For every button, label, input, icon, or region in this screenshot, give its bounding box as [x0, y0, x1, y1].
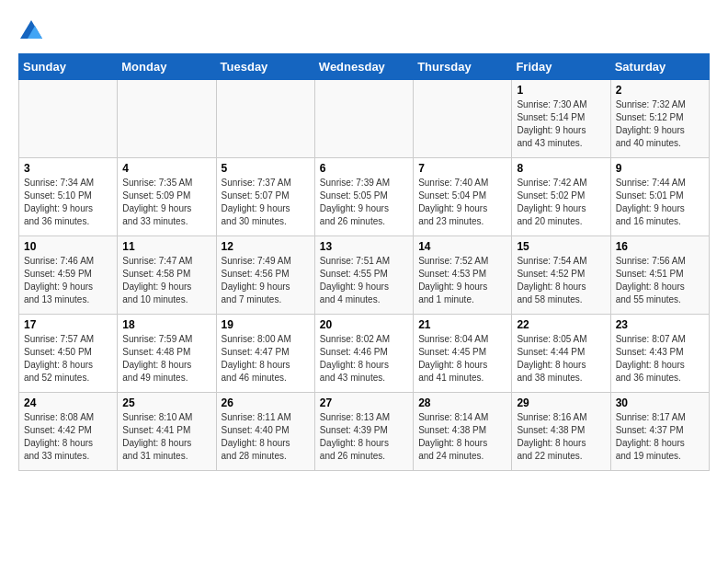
calendar-cell: 30Sunrise: 8:17 AM Sunset: 4:37 PM Dayli…	[610, 393, 709, 471]
calendar-cell: 3Sunrise: 7:34 AM Sunset: 5:10 PM Daylig…	[19, 158, 118, 236]
calendar-table: Sunday Monday Tuesday Wednesday Thursday…	[18, 53, 710, 471]
calendar-cell: 27Sunrise: 8:13 AM Sunset: 4:39 PM Dayli…	[314, 393, 413, 471]
day-number: 27	[320, 396, 408, 409]
calendar-cell: 29Sunrise: 8:16 AM Sunset: 4:38 PM Dayli…	[512, 393, 610, 471]
day-number: 4	[122, 162, 210, 175]
calendar-cell: 13Sunrise: 7:51 AM Sunset: 4:55 PM Dayli…	[314, 236, 413, 315]
day-number: 9	[616, 162, 704, 175]
calendar-cell	[118, 80, 216, 158]
calendar-cell: 2Sunrise: 7:32 AM Sunset: 5:12 PM Daylig…	[610, 80, 709, 158]
day-info: Sunrise: 7:34 AM Sunset: 5:10 PM Dayligh…	[24, 177, 112, 228]
day-number: 12	[222, 240, 310, 253]
day-number: 13	[320, 240, 408, 253]
calendar-cell: 19Sunrise: 8:00 AM Sunset: 4:47 PM Dayli…	[216, 315, 314, 393]
day-number: 16	[616, 240, 704, 253]
calendar-cell: 4Sunrise: 7:35 AM Sunset: 5:09 PM Daylig…	[118, 158, 216, 236]
day-info: Sunrise: 7:54 AM Sunset: 4:52 PM Dayligh…	[517, 255, 605, 306]
day-number: 25	[122, 396, 210, 409]
day-info: Sunrise: 7:30 AM Sunset: 5:14 PM Dayligh…	[517, 98, 605, 150]
day-number: 8	[517, 162, 605, 175]
week-row-5: 24Sunrise: 8:08 AM Sunset: 4:42 PM Dayli…	[19, 393, 710, 471]
day-info: Sunrise: 7:35 AM Sunset: 5:09 PM Dayligh…	[122, 177, 210, 228]
day-number: 28	[418, 396, 506, 409]
day-info: Sunrise: 8:00 AM Sunset: 4:47 PM Dayligh…	[222, 333, 310, 385]
day-number: 18	[122, 318, 210, 331]
day-number: 21	[418, 318, 506, 331]
col-thursday: Thursday	[414, 54, 512, 80]
week-row-3: 10Sunrise: 7:46 AM Sunset: 4:59 PM Dayli…	[19, 236, 710, 315]
page-header	[18, 18, 710, 44]
calendar-cell: 12Sunrise: 7:49 AM Sunset: 4:56 PM Dayli…	[216, 236, 314, 315]
calendar-cell: 17Sunrise: 7:57 AM Sunset: 4:50 PM Dayli…	[19, 315, 118, 393]
calendar-cell: 20Sunrise: 8:02 AM Sunset: 4:46 PM Dayli…	[314, 315, 413, 393]
day-info: Sunrise: 8:17 AM Sunset: 4:37 PM Dayligh…	[616, 411, 704, 463]
day-number: 19	[222, 318, 310, 331]
day-info: Sunrise: 8:04 AM Sunset: 4:45 PM Dayligh…	[418, 333, 506, 385]
calendar-cell: 10Sunrise: 7:46 AM Sunset: 4:59 PM Dayli…	[19, 236, 118, 315]
calendar-cell: 16Sunrise: 7:56 AM Sunset: 4:51 PM Dayli…	[610, 236, 709, 315]
calendar-cell: 21Sunrise: 8:04 AM Sunset: 4:45 PM Dayli…	[414, 315, 512, 393]
calendar-cell: 25Sunrise: 8:10 AM Sunset: 4:41 PM Dayli…	[118, 393, 216, 471]
calendar-cell: 6Sunrise: 7:39 AM Sunset: 5:05 PM Daylig…	[314, 158, 413, 236]
calendar-cell: 9Sunrise: 7:44 AM Sunset: 5:01 PM Daylig…	[610, 158, 709, 236]
calendar-cell: 15Sunrise: 7:54 AM Sunset: 4:52 PM Dayli…	[512, 236, 610, 315]
col-saturday: Saturday	[610, 54, 709, 80]
calendar-header: Sunday Monday Tuesday Wednesday Thursday…	[19, 54, 710, 80]
calendar-cell: 18Sunrise: 7:59 AM Sunset: 4:48 PM Dayli…	[118, 315, 216, 393]
day-info: Sunrise: 8:05 AM Sunset: 4:44 PM Dayligh…	[517, 333, 605, 385]
day-number: 1	[517, 84, 605, 97]
calendar-cell	[19, 80, 118, 158]
day-info: Sunrise: 7:42 AM Sunset: 5:02 PM Dayligh…	[517, 177, 605, 228]
day-info: Sunrise: 8:10 AM Sunset: 4:41 PM Dayligh…	[122, 411, 210, 463]
day-info: Sunrise: 7:52 AM Sunset: 4:53 PM Dayligh…	[418, 255, 506, 306]
day-info: Sunrise: 7:32 AM Sunset: 5:12 PM Dayligh…	[616, 98, 704, 150]
day-info: Sunrise: 8:07 AM Sunset: 4:43 PM Dayligh…	[616, 333, 704, 385]
day-info: Sunrise: 7:37 AM Sunset: 5:07 PM Dayligh…	[222, 177, 310, 228]
day-info: Sunrise: 7:47 AM Sunset: 4:58 PM Dayligh…	[122, 255, 210, 306]
day-number: 17	[24, 318, 112, 331]
day-info: Sunrise: 8:11 AM Sunset: 4:40 PM Dayligh…	[222, 411, 310, 463]
calendar-cell: 11Sunrise: 7:47 AM Sunset: 4:58 PM Dayli…	[118, 236, 216, 315]
calendar-body: 1Sunrise: 7:30 AM Sunset: 5:14 PM Daylig…	[19, 80, 710, 471]
day-number: 22	[517, 318, 605, 331]
day-number: 26	[222, 396, 310, 409]
day-number: 20	[320, 318, 408, 331]
day-info: Sunrise: 7:49 AM Sunset: 4:56 PM Dayligh…	[222, 255, 310, 306]
calendar-cell	[314, 80, 413, 158]
logo	[18, 18, 48, 44]
day-info: Sunrise: 8:14 AM Sunset: 4:38 PM Dayligh…	[418, 411, 506, 463]
day-info: Sunrise: 8:02 AM Sunset: 4:46 PM Dayligh…	[320, 333, 408, 385]
day-info: Sunrise: 8:08 AM Sunset: 4:42 PM Dayligh…	[24, 411, 112, 463]
day-info: Sunrise: 7:59 AM Sunset: 4:48 PM Dayligh…	[122, 333, 210, 385]
day-number: 10	[24, 240, 112, 253]
calendar-cell: 22Sunrise: 8:05 AM Sunset: 4:44 PM Dayli…	[512, 315, 610, 393]
col-sunday: Sunday	[19, 54, 118, 80]
day-number: 7	[418, 162, 506, 175]
logo-icon	[18, 18, 44, 44]
calendar-cell: 24Sunrise: 8:08 AM Sunset: 4:42 PM Dayli…	[19, 393, 118, 471]
day-info: Sunrise: 7:51 AM Sunset: 4:55 PM Dayligh…	[320, 255, 408, 306]
day-info: Sunrise: 7:46 AM Sunset: 4:59 PM Dayligh…	[24, 255, 112, 306]
day-number: 11	[122, 240, 210, 253]
week-row-4: 17Sunrise: 7:57 AM Sunset: 4:50 PM Dayli…	[19, 315, 710, 393]
day-number: 5	[222, 162, 310, 175]
day-number: 2	[616, 84, 704, 97]
calendar-cell: 7Sunrise: 7:40 AM Sunset: 5:04 PM Daylig…	[414, 158, 512, 236]
week-row-1: 1Sunrise: 7:30 AM Sunset: 5:14 PM Daylig…	[19, 80, 710, 158]
day-info: Sunrise: 8:16 AM Sunset: 4:38 PM Dayligh…	[517, 411, 605, 463]
col-monday: Monday	[118, 54, 216, 80]
day-info: Sunrise: 7:39 AM Sunset: 5:05 PM Dayligh…	[320, 177, 408, 228]
day-number: 30	[616, 396, 704, 409]
calendar-cell: 5Sunrise: 7:37 AM Sunset: 5:07 PM Daylig…	[216, 158, 314, 236]
day-number: 3	[24, 162, 112, 175]
week-row-2: 3Sunrise: 7:34 AM Sunset: 5:10 PM Daylig…	[19, 158, 710, 236]
day-number: 6	[320, 162, 408, 175]
day-info: Sunrise: 7:56 AM Sunset: 4:51 PM Dayligh…	[616, 255, 704, 306]
calendar-cell	[414, 80, 512, 158]
day-info: Sunrise: 7:57 AM Sunset: 4:50 PM Dayligh…	[24, 333, 112, 385]
calendar-cell: 26Sunrise: 8:11 AM Sunset: 4:40 PM Dayli…	[216, 393, 314, 471]
day-number: 15	[517, 240, 605, 253]
calendar-cell: 8Sunrise: 7:42 AM Sunset: 5:02 PM Daylig…	[512, 158, 610, 236]
calendar-cell: 1Sunrise: 7:30 AM Sunset: 5:14 PM Daylig…	[512, 80, 610, 158]
calendar-cell: 14Sunrise: 7:52 AM Sunset: 4:53 PM Dayli…	[414, 236, 512, 315]
